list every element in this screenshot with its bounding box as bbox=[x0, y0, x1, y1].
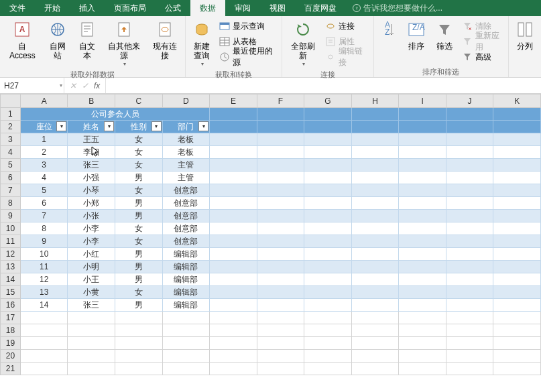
cell[interactable] bbox=[399, 363, 446, 375]
cell[interactable]: 主管 bbox=[162, 172, 210, 184]
cell[interactable] bbox=[351, 133, 399, 146]
cell[interactable]: 男 bbox=[115, 248, 163, 261]
cell[interactable]: 5 bbox=[20, 184, 68, 197]
cell[interactable]: 8 bbox=[20, 222, 68, 235]
cell[interactable] bbox=[257, 108, 304, 121]
fx-icon[interactable]: fx bbox=[94, 81, 100, 90]
cell[interactable] bbox=[493, 159, 541, 172]
advanced-filter-button[interactable]: 高级 bbox=[459, 50, 505, 64]
tab-formulas[interactable]: 公式 bbox=[156, 0, 190, 16]
edit-links-button[interactable]: 编辑链接 bbox=[322, 50, 371, 64]
cell[interactable] bbox=[493, 363, 541, 375]
sort-az-button[interactable]: AZ bbox=[377, 17, 402, 43]
cell[interactable]: 女 bbox=[115, 184, 163, 197]
from-other-button[interactable]: 自其他来源▾ bbox=[103, 17, 145, 68]
cell[interactable] bbox=[351, 299, 399, 312]
cell[interactable]: 3 bbox=[20, 159, 68, 172]
cell[interactable] bbox=[257, 197, 304, 210]
cell[interactable] bbox=[210, 286, 257, 299]
cell[interactable] bbox=[210, 350, 257, 363]
cell[interactable] bbox=[210, 248, 257, 261]
cell[interactable] bbox=[304, 197, 352, 210]
cancel-icon[interactable]: ✕ bbox=[70, 81, 76, 90]
cell[interactable] bbox=[399, 108, 446, 121]
cell[interactable] bbox=[257, 146, 304, 159]
row-header[interactable]: 9 bbox=[1, 210, 21, 222]
cell[interactable] bbox=[399, 273, 446, 286]
cell[interactable] bbox=[493, 248, 541, 261]
cell[interactable]: 2 bbox=[20, 146, 68, 159]
cell[interactable] bbox=[304, 337, 352, 350]
cell[interactable] bbox=[20, 350, 68, 363]
row-header[interactable]: 18 bbox=[1, 324, 21, 337]
cell[interactable] bbox=[493, 197, 541, 210]
cell[interactable] bbox=[115, 337, 163, 350]
row-header[interactable]: 8 bbox=[1, 197, 21, 210]
cell[interactable] bbox=[351, 261, 399, 273]
tab-file[interactable]: 文件 bbox=[0, 0, 35, 16]
column-header[interactable]: E bbox=[210, 94, 257, 108]
cell[interactable] bbox=[257, 286, 304, 299]
cell[interactable] bbox=[162, 312, 210, 324]
name-box[interactable]: H27 ▾ bbox=[0, 78, 64, 93]
cell[interactable] bbox=[446, 184, 493, 197]
cell[interactable] bbox=[257, 312, 304, 324]
cell[interactable] bbox=[446, 146, 493, 159]
cell[interactable]: 小王 bbox=[68, 273, 115, 286]
recent-sources-button[interactable]: 最近使用的源 bbox=[217, 50, 279, 64]
cell[interactable] bbox=[493, 210, 541, 222]
column-header[interactable]: H bbox=[351, 94, 399, 108]
cell[interactable]: 男 bbox=[115, 273, 163, 286]
cell[interactable] bbox=[210, 159, 257, 172]
column-header[interactable]: C bbox=[115, 94, 163, 108]
cell[interactable]: 编辑部 bbox=[162, 261, 210, 273]
cell[interactable] bbox=[493, 235, 541, 248]
cell[interactable] bbox=[446, 210, 493, 222]
filter-dropdown-button[interactable]: ▾ bbox=[152, 121, 162, 131]
cell[interactable]: 李四 bbox=[68, 146, 115, 159]
cell[interactable] bbox=[351, 172, 399, 184]
cell[interactable]: 小强 bbox=[68, 172, 115, 184]
cell[interactable] bbox=[493, 286, 541, 299]
cell[interactable]: 11 bbox=[20, 261, 68, 273]
table-header-seat[interactable]: 座位▾ bbox=[20, 121, 68, 133]
cell[interactable]: 小郑 bbox=[68, 197, 115, 210]
row-header[interactable]: 1 bbox=[1, 108, 21, 121]
cell[interactable] bbox=[351, 337, 399, 350]
sort-button[interactable]: Z/A 排序 bbox=[403, 17, 430, 52]
cell[interactable] bbox=[304, 324, 352, 337]
filter-button[interactable]: 筛选 bbox=[431, 17, 458, 52]
from-web-button[interactable]: 自网站 bbox=[44, 17, 72, 62]
cell[interactable] bbox=[399, 261, 446, 273]
cell[interactable]: 9 bbox=[20, 235, 68, 248]
cell[interactable]: 13 bbox=[20, 286, 68, 299]
cell[interactable] bbox=[493, 172, 541, 184]
cell[interactable] bbox=[493, 337, 541, 350]
cell[interactable] bbox=[446, 121, 493, 133]
cell[interactable]: 编辑部 bbox=[162, 248, 210, 261]
cell[interactable] bbox=[446, 273, 493, 286]
cell[interactable] bbox=[257, 210, 304, 222]
cell[interactable] bbox=[257, 159, 304, 172]
connections-button[interactable]: 连接 bbox=[322, 19, 371, 34]
cell[interactable]: 创意部 bbox=[162, 184, 210, 197]
cell[interactable] bbox=[20, 324, 68, 337]
cell[interactable] bbox=[210, 184, 257, 197]
cell[interactable] bbox=[304, 273, 352, 286]
cell[interactable]: 女 bbox=[115, 159, 163, 172]
cell[interactable] bbox=[210, 197, 257, 210]
cell[interactable] bbox=[399, 312, 446, 324]
cell[interactable] bbox=[446, 172, 493, 184]
cell[interactable] bbox=[351, 184, 399, 197]
select-all-corner[interactable] bbox=[1, 94, 21, 108]
cell[interactable]: 6 bbox=[20, 197, 68, 210]
cell[interactable] bbox=[304, 261, 352, 273]
cell[interactable] bbox=[210, 273, 257, 286]
cell[interactable] bbox=[351, 235, 399, 248]
cell[interactable] bbox=[493, 108, 541, 121]
row-header[interactable]: 21 bbox=[1, 363, 21, 375]
table-header-name[interactable]: 姓名▾ bbox=[68, 121, 115, 133]
cell[interactable] bbox=[399, 210, 446, 222]
cell[interactable] bbox=[257, 121, 304, 133]
cell[interactable] bbox=[115, 350, 163, 363]
